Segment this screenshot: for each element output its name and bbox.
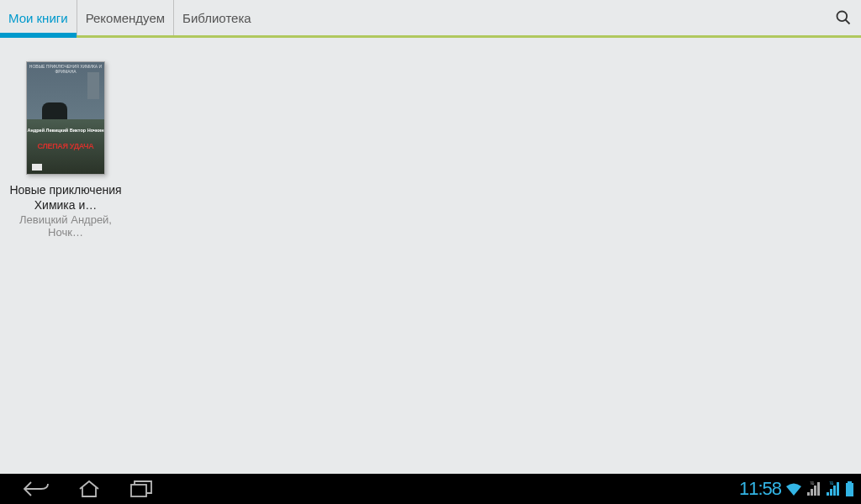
signal-1-icon: ⇅ xyxy=(806,481,821,496)
navigation-bar: 11:58 ⇅ ⇅ xyxy=(0,474,861,504)
search-button[interactable] xyxy=(826,0,861,35)
svg-text:⇅: ⇅ xyxy=(829,481,834,486)
tab-divider xyxy=(0,35,861,38)
cover-top-text: НОВЫЕ ПРИКЛЮЧЕНИЯ ХИМИКА И ФРИМАНА xyxy=(27,65,104,74)
book-author: Левицкий Андрей, Ночк… xyxy=(7,213,124,239)
content-area: НОВЫЕ ПРИКЛЮЧЕНИЯ ХИМИКА И ФРИМАНА Андре… xyxy=(0,38,861,474)
home-button[interactable] xyxy=(74,477,104,501)
tab-label: Рекомендуем xyxy=(86,11,165,25)
nav-buttons xyxy=(22,477,156,501)
book-cover: НОВЫЕ ПРИКЛЮЧЕНИЯ ХИМИКА И ФРИМАНА Андре… xyxy=(26,61,105,175)
tab-my-books[interactable]: Мои книги xyxy=(0,0,77,35)
book-title: Новые приключения Химика и… xyxy=(7,183,124,213)
svg-rect-14 xyxy=(846,483,853,496)
cover-author-text: Андрей Левицкий Виктор Ночкин xyxy=(27,128,104,133)
clock: 11:58 xyxy=(739,478,781,500)
book-item[interactable]: НОВЫЕ ПРИКЛЮЧЕНИЯ ХИМИКА И ФРИМАНА Андре… xyxy=(7,61,124,239)
back-icon xyxy=(23,480,51,497)
svg-rect-5 xyxy=(814,486,816,496)
signal-2-icon: ⇅ xyxy=(826,481,841,496)
svg-rect-2 xyxy=(131,485,146,496)
search-icon xyxy=(835,9,852,26)
top-bar: Мои книги Рекомендуем Библиотека xyxy=(0,0,861,35)
back-button[interactable] xyxy=(22,477,52,501)
svg-rect-6 xyxy=(817,482,820,496)
status-area[interactable]: 11:58 ⇅ ⇅ xyxy=(739,478,854,500)
svg-point-0 xyxy=(837,12,848,22)
svg-rect-8 xyxy=(827,492,829,496)
svg-rect-9 xyxy=(830,489,832,496)
recent-apps-button[interactable] xyxy=(126,477,156,501)
svg-rect-13 xyxy=(848,481,852,483)
svg-rect-11 xyxy=(837,482,839,496)
recent-apps-icon xyxy=(129,480,153,498)
svg-rect-10 xyxy=(833,486,836,496)
svg-line-1 xyxy=(846,20,850,24)
svg-rect-4 xyxy=(811,489,813,496)
tab-label: Библиотека xyxy=(182,11,251,25)
tab-library[interactable]: Библиотека xyxy=(174,0,260,35)
tabs-container: Мои книги Рекомендуем Библиотека xyxy=(0,0,260,35)
battery-icon xyxy=(845,481,854,496)
home-icon xyxy=(77,480,101,498)
svg-text:⇅: ⇅ xyxy=(810,481,815,486)
wifi-icon xyxy=(785,481,802,496)
tab-label: Мои книги xyxy=(8,11,68,25)
svg-rect-3 xyxy=(807,492,810,496)
tab-recommended[interactable]: Рекомендуем xyxy=(77,0,174,35)
cover-title-text: СЛЕПАЯ УДАЧА xyxy=(27,142,104,150)
